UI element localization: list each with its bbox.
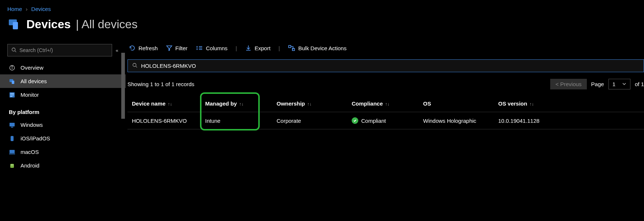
monitor-icon <box>9 92 15 98</box>
svg-line-3 <box>15 51 16 52</box>
toolbar-separator: | <box>236 45 237 51</box>
svg-rect-15 <box>11 136 14 141</box>
sidebar-item-monitor[interactable]: Monitor <box>0 88 126 102</box>
search-icon <box>132 63 137 69</box>
bulk-icon <box>288 45 295 51</box>
svg-rect-14 <box>11 127 13 128</box>
cell-os: Windows Holographic <box>419 112 494 129</box>
breadcrumb-home[interactable]: Home <box>7 6 22 12</box>
svg-point-19 <box>11 165 12 165</box>
search-icon <box>11 47 16 54</box>
cell-device-name: HOLOLENS-6RMKVO <box>127 112 201 129</box>
refresh-icon <box>129 45 136 51</box>
sidebar-item-label: iOS/iPadOS <box>21 135 50 141</box>
sidebar-item-all-devices[interactable]: All devices <box>0 74 126 88</box>
sidebar-section-by-platform: By platform <box>0 102 126 118</box>
svg-rect-13 <box>10 123 15 126</box>
sidebar-search[interactable] <box>7 44 112 56</box>
filter-icon <box>166 45 173 51</box>
svg-rect-31 <box>292 48 295 51</box>
device-search-value: HOLOLENS-6RMKVO <box>141 63 196 69</box>
macos-icon <box>9 149 15 155</box>
col-device-name[interactable]: Device name↑↓ <box>127 95 201 112</box>
columns-button[interactable]: Columns <box>196 45 227 51</box>
col-compliance[interactable]: Compliance↑↓ <box>347 95 419 112</box>
compliant-check-icon <box>352 117 358 124</box>
windows-icon <box>9 122 15 128</box>
previous-page-button[interactable]: < Previous <box>550 79 586 89</box>
export-icon <box>245 45 252 51</box>
sidebar-scrollbar[interactable] <box>121 53 125 119</box>
device-search-field[interactable]: HOLOLENS-6RMKVO <box>127 59 644 72</box>
svg-rect-17 <box>9 154 15 154</box>
breadcrumb-devices[interactable]: Devices <box>31 6 51 12</box>
cell-managed-by: Intune <box>201 112 272 129</box>
cell-ownership: Corporate <box>272 112 347 129</box>
svg-rect-10 <box>10 93 14 94</box>
sidebar-item-label: Android <box>21 162 40 169</box>
col-os-version[interactable]: OS version↑↓ <box>494 95 644 112</box>
sort-icon: ↑↓ <box>168 102 172 107</box>
bulk-actions-button[interactable]: Bulk Device Actions <box>288 45 347 51</box>
table-header-row: Device name↑↓ Managed by↑↓ Ownership↑↓ C… <box>127 95 644 112</box>
sidebar-item-windows[interactable]: Windows <box>0 118 126 132</box>
svg-point-32 <box>133 63 136 67</box>
sidebar: « Overview All devices Monitor By platfo… <box>0 40 126 219</box>
page-subtitle: | All devices <box>76 18 137 31</box>
ios-icon <box>9 136 15 141</box>
sidebar-item-macos[interactable]: macOS <box>0 145 126 159</box>
svg-point-20 <box>12 165 13 165</box>
svg-line-33 <box>136 66 137 68</box>
page-of-label: of 1 <box>635 81 644 87</box>
page-label: Page <box>591 81 604 87</box>
svg-marker-21 <box>167 46 172 51</box>
sidebar-item-label: Overview <box>21 65 44 71</box>
refresh-button[interactable]: Refresh <box>129 45 158 51</box>
col-managed-by[interactable]: Managed by↑↓ <box>201 95 272 112</box>
toolbar-separator: | <box>278 45 280 51</box>
page-selector[interactable]: 1 <box>608 79 630 89</box>
sidebar-item-label: Windows <box>21 122 43 128</box>
chevron-down-icon <box>622 81 626 87</box>
svg-rect-1 <box>13 22 18 29</box>
main-content: Refresh Filter Columns | Export <box>126 40 644 219</box>
cell-os-version: 10.0.19041.1128 <box>494 112 644 129</box>
svg-rect-30 <box>289 45 291 48</box>
pagination: < Previous Page 1 of 1 <box>550 79 644 89</box>
sidebar-search-input[interactable] <box>19 47 108 53</box>
page-header: Devices | All devices <box>0 16 644 40</box>
page-title: Devices <box>26 18 71 31</box>
android-icon <box>9 163 15 169</box>
sidebar-item-overview[interactable]: Overview <box>0 61 126 74</box>
col-ownership[interactable]: Ownership↑↓ <box>272 95 347 112</box>
sidebar-item-android[interactable]: Android <box>0 159 126 172</box>
sort-icon: ↑↓ <box>239 102 244 107</box>
svg-rect-11 <box>10 95 14 95</box>
sidebar-item-ios[interactable]: iOS/iPadOS <box>0 132 126 145</box>
sidebar-item-label: Monitor <box>21 92 39 98</box>
records-summary: Showing 1 to 1 of 1 records <box>127 81 195 87</box>
devices-header-icon <box>7 17 21 31</box>
svg-point-2 <box>12 48 15 51</box>
sidebar-item-label: All devices <box>21 78 47 84</box>
toolbar: Refresh Filter Columns | Export <box>127 40 644 59</box>
devices-icon <box>9 78 15 84</box>
svg-rect-16 <box>10 150 15 153</box>
col-os[interactable]: OS <box>419 95 494 112</box>
export-button[interactable]: Export <box>245 45 270 51</box>
cell-compliance: Compliant <box>347 112 419 129</box>
filter-button[interactable]: Filter <box>166 45 188 51</box>
svg-rect-12 <box>10 96 12 97</box>
sort-icon: ↑↓ <box>307 102 312 107</box>
sidebar-collapse-button[interactable]: « <box>116 48 118 53</box>
devices-table: Device name↑↓ Managed by↑↓ Ownership↑↓ C… <box>127 95 644 129</box>
table-row[interactable]: HOLOLENS-6RMKVO Intune Corporate Complia… <box>127 112 644 129</box>
sidebar-item-label: macOS <box>21 149 39 155</box>
svg-rect-8 <box>12 81 14 84</box>
info-icon <box>9 65 15 71</box>
svg-rect-18 <box>10 164 14 168</box>
breadcrumb-separator: › <box>26 6 27 12</box>
columns-icon <box>196 45 203 51</box>
sort-icon: ↑↓ <box>529 102 534 107</box>
sort-icon: ↑↓ <box>385 102 389 107</box>
